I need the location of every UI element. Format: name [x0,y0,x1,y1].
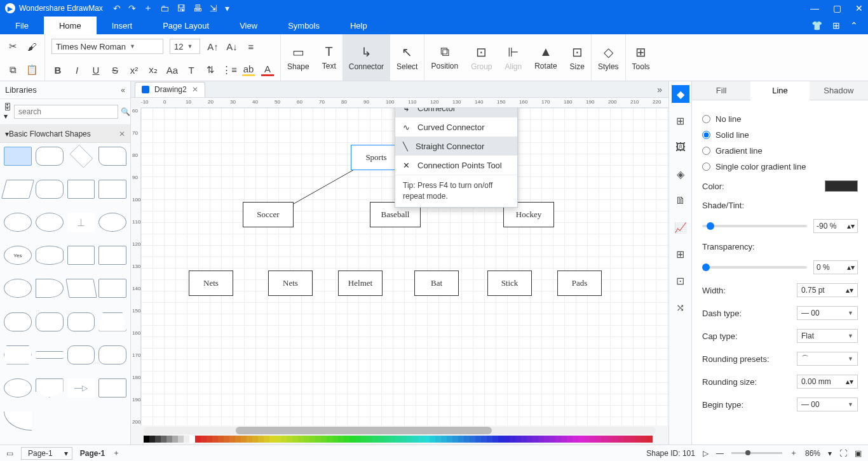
shade-slider[interactable] [702,225,807,227]
shape-diamond[interactable] [69,145,93,168]
menu-home[interactable]: Home [44,17,97,34]
rotate-button[interactable]: ▲Rotate [528,34,563,81]
shape-card[interactable] [67,246,95,265]
align-button[interactable]: ⊩Align [499,34,529,81]
color-swatch[interactable] [561,436,567,443]
shape-hex[interactable] [4,345,32,364]
copy-icon[interactable]: ⧉ [6,63,19,76]
shape-rect[interactable] [4,147,32,166]
tab-shadow[interactable]: Shadow [810,81,868,100]
color-swatch[interactable] [224,436,229,443]
menu-help[interactable]: Help [335,17,383,34]
radio-no-line[interactable]: No line [702,114,858,124]
fullscreen-icon[interactable]: ▣ [855,449,862,458]
shape-internal[interactable] [98,246,126,265]
open-icon[interactable]: 🗀 [160,3,169,13]
color-swatch[interactable] [395,436,401,443]
layers-tool-icon[interactable]: ◈ [672,165,689,183]
new-icon[interactable]: ＋ [144,3,153,14]
color-swatch[interactable] [635,436,641,443]
color-swatch[interactable] [315,436,321,443]
color-swatch[interactable] [287,436,292,443]
shape-arc[interactable] [4,411,32,431]
color-swatch[interactable] [292,436,298,443]
maximize-icon[interactable]: ▢ [833,3,841,13]
shape-button[interactable]: ▭Shape [281,34,316,81]
color-swatch[interactable] [550,436,555,443]
color-swatch[interactable] [212,436,218,443]
fit-page-icon[interactable]: ⛶ [839,449,847,458]
rounding-size-input[interactable]: 0.00 mm▴▾ [797,375,858,389]
color-swatch[interactable] [590,436,595,443]
connector-button[interactable]: ↳Connector [342,34,390,81]
close-icon[interactable]: ✕ [855,3,863,13]
color-swatch[interactable] [361,436,367,443]
color-swatch[interactable] [367,436,372,443]
shape-rounded[interactable] [36,147,64,166]
color-swatch[interactable] [252,436,258,443]
color-swatch[interactable] [229,436,235,443]
subscript-icon[interactable]: x₂ [147,63,159,76]
color-swatch[interactable] [430,436,435,443]
color-swatch[interactable] [624,436,630,443]
shape-subprocess[interactable] [98,180,126,199]
color-swatch[interactable] [464,436,470,443]
color-swatch[interactable] [269,436,275,443]
format-painter-icon[interactable]: 🖌 [25,40,38,53]
color-swatch[interactable] [498,436,504,443]
shape-manual-input[interactable] [65,279,97,298]
color-swatch[interactable] [144,436,149,443]
size-button[interactable]: ⊡Size [564,34,591,81]
tab-line[interactable]: Line [750,81,809,100]
fill-tool-icon[interactable]: ◆ [672,85,689,103]
strike-button[interactable]: S [109,63,121,76]
rounding-preset-select[interactable]: ⌒▼ [797,352,858,366]
chart-tool-icon[interactable]: 📈 [672,218,689,236]
color-swatch[interactable] [607,436,613,443]
shape-ellipse[interactable] [4,213,32,232]
color-swatch[interactable] [178,436,184,443]
color-swatch[interactable] [344,436,349,443]
page-selector[interactable]: Page-1 ▾ [21,447,72,460]
color-swatch[interactable] [641,436,647,443]
shape-doc[interactable] [98,147,126,166]
italic-button[interactable]: I [71,63,83,76]
node-pads[interactable]: Pads [557,271,602,296]
radio-single-gradient[interactable]: Single color gradient line [702,162,858,171]
color-swatch[interactable] [378,436,384,443]
color-swatch[interactable] [195,436,201,443]
shape-delay[interactable] [36,279,64,298]
select-button[interactable]: ↖Select [390,34,424,81]
color-swatch[interactable] [258,436,264,443]
color-swatch[interactable] [538,436,544,443]
color-swatch[interactable] [825,180,858,192]
font-color-icon[interactable]: A [261,63,274,76]
outline-icon[interactable]: ▭ [6,449,13,458]
color-swatch[interactable] [304,436,309,443]
color-swatch[interactable] [521,436,527,443]
fit-tool-icon[interactable]: ⊡ [672,272,689,290]
menu-file[interactable]: File [0,17,44,34]
color-swatch[interactable] [504,436,510,443]
bold-button[interactable]: B [51,63,64,76]
radio-solid-line[interactable]: Solid line [702,130,858,140]
shape-parallelogram[interactable] [1,180,34,199]
image-tool-icon[interactable]: 🖼 [672,138,689,156]
color-swatch[interactable] [475,436,481,443]
color-swatch[interactable] [447,436,452,443]
color-swatch[interactable] [149,436,155,443]
more-icon[interactable]: ▾ [225,3,229,13]
menu-view[interactable]: View [224,17,273,34]
node-sports[interactable]: Sports [351,145,402,170]
color-swatch[interactable] [247,436,252,443]
shape-circle[interactable] [36,213,64,232]
bullets-icon[interactable]: ⋮≡ [223,63,236,76]
shape-offpage[interactable] [98,279,126,298]
tools-button[interactable]: ⊞Tools [626,34,656,81]
shape-trap[interactable] [98,312,126,331]
grow-font-icon[interactable]: A↑ [207,40,219,53]
align-icon[interactable]: ≡ [245,40,257,53]
library-search-input[interactable] [14,105,118,119]
color-swatch[interactable] [470,436,475,443]
color-swatch[interactable] [298,436,304,443]
